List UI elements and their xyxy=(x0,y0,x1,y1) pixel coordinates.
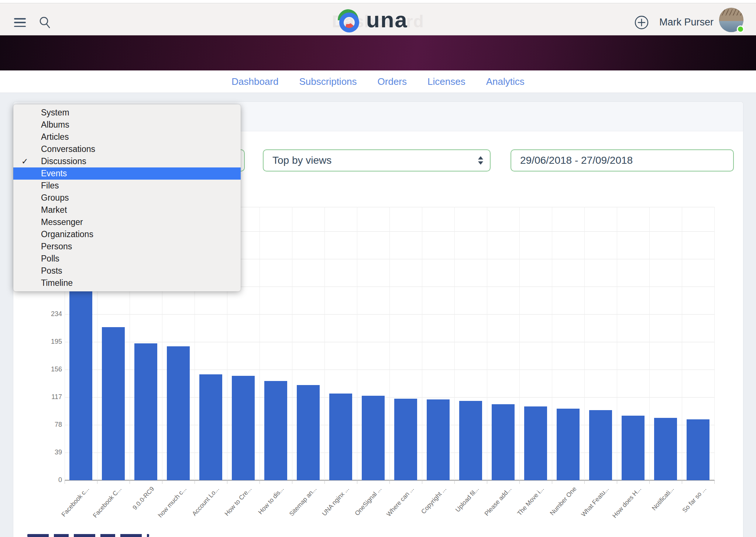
screen: Dashboard una Mark Purser xyxy=(0,0,756,537)
bar-18[interactable] xyxy=(622,416,645,480)
bar-9[interactable] xyxy=(329,394,352,480)
browser-top-strip xyxy=(0,0,756,3)
online-status-dot xyxy=(737,25,744,33)
menu-item-label: System xyxy=(41,108,69,117)
bar-7[interactable] xyxy=(264,381,287,480)
menu-item-events[interactable]: Events xyxy=(13,167,241,180)
bar-19[interactable] xyxy=(654,418,677,480)
bar-16[interactable] xyxy=(557,409,580,480)
menu-item-files[interactable]: Files xyxy=(13,180,241,192)
menu-item-label: Persons xyxy=(41,242,72,251)
subnav: DashboardSubscriptionsOrdersLicensesAnal… xyxy=(0,70,756,93)
menu-item-label: Events xyxy=(41,169,67,178)
menu-item-groups[interactable]: Groups xyxy=(13,192,241,204)
menu-item-articles[interactable]: Articles xyxy=(13,131,241,143)
bar-17[interactable] xyxy=(589,410,612,480)
menu-item-posts[interactable]: Posts xyxy=(13,265,241,277)
nav-link-licenses[interactable]: Licenses xyxy=(427,76,465,87)
menu-item-system[interactable]: System xyxy=(13,107,241,119)
clipped-footer-text xyxy=(27,534,149,537)
bar-4[interactable] xyxy=(167,346,190,480)
select-stepper-icon xyxy=(478,156,483,165)
menu-item-organizations[interactable]: Organizations xyxy=(13,228,241,240)
metric-select[interactable]: Top by views xyxy=(263,149,491,172)
menu-item-label: Albums xyxy=(41,120,69,129)
nav-link-analytics[interactable]: Analytics xyxy=(486,76,525,87)
checkmark-icon: ✓ xyxy=(21,155,28,167)
bar-12[interactable] xyxy=(427,399,450,480)
bar-2[interactable] xyxy=(102,327,125,480)
bar-13[interactable] xyxy=(459,401,482,480)
nav-link-dashboard[interactable]: Dashboard xyxy=(231,76,278,87)
menu-item-messenger[interactable]: Messenger xyxy=(13,216,241,228)
bar-1[interactable] xyxy=(69,285,92,480)
add-button[interactable] xyxy=(634,15,649,30)
menu-item-conversations[interactable]: Conversations xyxy=(13,143,241,155)
avatar-photo-detail xyxy=(721,9,741,15)
una-logo-text: una xyxy=(366,9,408,31)
bar-11[interactable] xyxy=(394,399,417,480)
menu-item-label: Polls xyxy=(41,254,59,263)
nav-link-orders[interactable]: Orders xyxy=(378,76,407,87)
app-header: Dashboard una Mark Purser xyxy=(0,3,756,35)
bar-14[interactable] xyxy=(492,404,515,480)
una-logo-icon xyxy=(335,7,361,33)
menu-item-label: Timeline xyxy=(41,278,73,288)
module-select-dropdown: SystemAlbumsArticlesConversations✓Discus… xyxy=(13,104,241,291)
menu-item-label: Files xyxy=(41,181,59,190)
menu-item-polls[interactable]: Polls xyxy=(13,253,241,265)
menu-item-label: Messenger xyxy=(41,217,83,227)
menu-item-label: Conversations xyxy=(41,144,95,154)
menu-item-label: Organizations xyxy=(41,229,93,239)
bar-20[interactable] xyxy=(687,419,709,480)
metric-select-value: Top by views xyxy=(264,155,331,166)
menu-item-label: Market xyxy=(41,205,67,215)
menu-item-market[interactable]: Market xyxy=(13,204,241,216)
nav-link-subscriptions[interactable]: Subscriptions xyxy=(299,76,357,87)
date-range-input[interactable]: 29/06/2018 - 27/09/2018 xyxy=(511,149,734,172)
menu-item-label: Discussions xyxy=(41,156,86,166)
menu-item-label: Groups xyxy=(41,193,69,202)
menu-item-label: Articles xyxy=(41,132,69,142)
bar-15[interactable] xyxy=(524,406,547,480)
menu-item-persons[interactable]: Persons xyxy=(13,240,241,253)
una-logo[interactable]: una xyxy=(335,8,424,32)
menu-item-discussions[interactable]: ✓Discussions xyxy=(13,155,241,167)
menu-item-albums[interactable]: Albums xyxy=(13,119,241,131)
menu-item-timeline[interactable]: Timeline xyxy=(13,277,241,289)
date-range-value: 29/06/2018 - 27/09/2018 xyxy=(511,155,633,166)
bar-8[interactable] xyxy=(297,385,320,480)
user-name[interactable]: Mark Purser xyxy=(659,17,714,28)
bar-10[interactable] xyxy=(362,396,385,480)
hero-banner xyxy=(0,35,756,70)
bar-5[interactable] xyxy=(199,374,222,480)
bar-3[interactable] xyxy=(134,343,157,480)
bar-6[interactable] xyxy=(232,376,255,480)
menu-item-label: Posts xyxy=(41,266,62,276)
